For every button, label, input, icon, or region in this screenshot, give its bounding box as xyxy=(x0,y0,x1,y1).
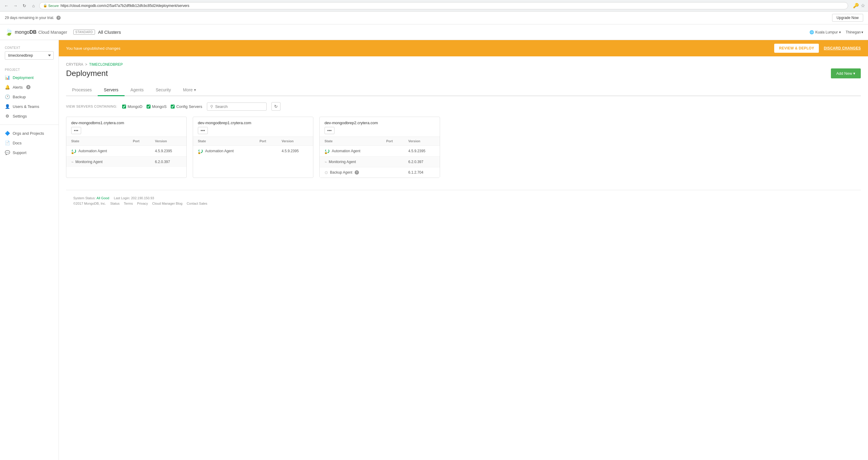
agent-name-container: 🔒 Automation Agent xyxy=(71,148,123,154)
secure-badge: 🔒 Secure xyxy=(43,4,59,7)
trial-message: 29 days remaining in your trial. xyxy=(5,16,54,20)
server-3-agent-3-state: ⊙ Backup Agent ? xyxy=(320,167,381,178)
filter-label: VIEW SERVERS CONTAINING: xyxy=(66,105,117,108)
trial-info-icon[interactable]: ? xyxy=(56,16,61,20)
review-deploy-button[interactable]: REVIEW & DEPLOY xyxy=(774,44,819,53)
username-chevron: ▾ xyxy=(861,30,863,34)
server-card-3: dev-mongodbrep2.crytera.com ••• State Po… xyxy=(319,117,440,178)
filter-mongos-checkbox[interactable] xyxy=(147,105,151,108)
server-3-agent-3-port xyxy=(381,167,403,178)
tab-processes[interactable]: Processes xyxy=(66,85,98,96)
trial-text: 29 days remaining in your trial. ? xyxy=(5,16,61,20)
context-section: CONTEXT timeclonedbrep xyxy=(0,46,59,65)
forward-button[interactable]: → xyxy=(12,2,19,9)
filter-mongod-checkbox[interactable] xyxy=(122,105,126,108)
footer-copyright: ©2017 MongoDB, Inc. xyxy=(73,202,106,205)
server-3-agent-2-port xyxy=(381,157,403,167)
filter-config-checkbox[interactable] xyxy=(171,105,175,108)
server-1-col-port: Port xyxy=(128,137,150,145)
tab-agents[interactable]: Agents xyxy=(125,85,150,96)
globe-icon: 🌐 xyxy=(809,30,814,34)
tab-more[interactable]: More ▾ xyxy=(177,85,202,96)
key-icon[interactable]: 🔑 xyxy=(853,3,859,8)
project-label: PROJECT xyxy=(0,65,59,73)
sidebar-item-docs[interactable]: 📄 Docs xyxy=(0,138,59,148)
monitoring-agent-label: Monitoring Agent xyxy=(329,160,356,164)
search-input[interactable] xyxy=(215,104,263,109)
server-3-col-port: Port xyxy=(381,137,403,145)
main-content: You have unpublished changes REVIEW & DE… xyxy=(59,40,868,460)
alerts-badge: 0 xyxy=(26,85,30,89)
server-2-menu-button[interactable]: ••• xyxy=(198,127,208,134)
server-1-agent-2-version: 6.2.0.397 xyxy=(150,157,186,167)
tab-security[interactable]: Security xyxy=(150,85,177,96)
system-status-label: System Status: xyxy=(73,196,96,200)
home-button[interactable]: ⌂ xyxy=(30,2,37,9)
footer-links: ©2017 MongoDB, Inc. Status Terms Privacy… xyxy=(73,202,854,205)
lock-icon: 🔒 xyxy=(197,151,201,154)
sidebar-item-label-support: Support xyxy=(13,151,27,155)
sidebar-item-support[interactable]: 💬 Support xyxy=(0,148,59,157)
unpublished-banner: You have unpublished changes REVIEW & DE… xyxy=(59,40,868,56)
footer-link-terms[interactable]: Terms xyxy=(124,202,133,205)
discard-changes-button[interactable]: DISCARD CHANGES xyxy=(824,46,861,50)
server-1-menu-button[interactable]: ••• xyxy=(71,127,81,134)
sidebar-item-settings[interactable]: ⚙ Settings xyxy=(0,111,59,121)
sidebar-item-deployment[interactable]: 📊 Deployment xyxy=(0,73,59,82)
sidebar-item-label-deployment: Deployment xyxy=(13,75,33,80)
backup-agent-info-icon[interactable]: ? xyxy=(355,170,359,174)
url-bar[interactable]: 🔒 Secure https://cloud.mongodb.com/v2/5a… xyxy=(39,2,848,9)
username-menu[interactable]: Thinegan ▾ xyxy=(846,30,863,34)
system-status-value: All Good xyxy=(96,196,109,200)
tabs: Processes Servers Agents Security More ▾ xyxy=(66,85,861,96)
star-icon[interactable]: ☆ xyxy=(861,3,865,8)
filter-mongod-label: MongoD xyxy=(128,104,142,109)
server-2-col-port: Port xyxy=(254,137,277,145)
automation-agent-label: Automation Agent xyxy=(205,149,234,153)
trial-bar: 29 days remaining in your trial. ? Upgra… xyxy=(0,11,868,25)
breadcrumb-org[interactable]: CRYTERA xyxy=(66,62,83,67)
server-3-table-header: State Port Version xyxy=(320,137,440,145)
server-2-col-state: State xyxy=(193,137,254,145)
footer-link-status[interactable]: Status xyxy=(110,202,119,205)
location-selector[interactable]: 🌐 Kuala Lumpur ▾ xyxy=(809,30,841,34)
back-button[interactable]: ← xyxy=(3,2,10,9)
footer-status: System Status: All Good Last Login: 202.… xyxy=(73,196,854,200)
app-layout: CONTEXT timeclonedbrep PROJECT 📊 Deploym… xyxy=(0,40,868,460)
page-title: Deployment xyxy=(66,69,108,78)
add-new-button[interactable]: Add New ▾ xyxy=(831,68,861,78)
upgrade-now-button[interactable]: Upgrade Now xyxy=(832,14,863,22)
lock-icon: 🔒 xyxy=(71,151,74,154)
nav-right: 🌐 Kuala Lumpur ▾ Thinegan ▾ xyxy=(809,30,863,34)
sidebar-item-orgs-projects[interactable]: 🔷 Orgs and Projects xyxy=(0,128,59,138)
sidebar-item-backup[interactable]: 🕐 Backup xyxy=(0,92,59,102)
refresh-servers-button[interactable]: ↻ xyxy=(272,102,280,111)
location-chevron: ▾ xyxy=(839,30,841,34)
automation-agent-icon: 🔒 xyxy=(71,148,76,154)
context-select[interactable]: timeclonedbrep xyxy=(5,51,54,60)
filter-mongos[interactable]: MongoS xyxy=(147,104,166,109)
top-nav: 🍃 mongoDB Cloud Manager STANDARD All Clu… xyxy=(0,25,868,40)
lock-icon: 🔒 xyxy=(43,4,48,7)
server-3-hostname: dev-mongodbrep2.crytera.com xyxy=(324,121,435,125)
backup-agent-label: Backup Agent xyxy=(330,170,352,174)
sidebar-item-users-teams[interactable]: 👤 Users & Teams xyxy=(0,102,59,111)
footer-link-blog[interactable]: Cloud Manager Blog xyxy=(152,202,183,205)
server-3-agent-2-state: ⌁ Monitoring Agent xyxy=(320,157,381,167)
sidebar-item-label-backup: Backup xyxy=(13,95,26,99)
refresh-button[interactable]: ↻ xyxy=(21,2,28,9)
filter-config[interactable]: Config Servers xyxy=(171,104,202,109)
agent-name-container: ⌁ Monitoring Agent xyxy=(324,160,376,164)
footer-link-privacy[interactable]: Privacy xyxy=(137,202,148,205)
tab-servers[interactable]: Servers xyxy=(98,85,124,96)
server-2-col-version: Version xyxy=(277,137,313,145)
cloud-manager-text: Cloud Manager xyxy=(38,30,67,35)
sidebar-item-label-docs: Docs xyxy=(13,141,22,145)
search-icon: ⚲ xyxy=(210,104,213,109)
sidebar-item-alerts[interactable]: 🔔 Alerts 0 xyxy=(0,82,59,92)
footer-link-contact[interactable]: Contact Sales xyxy=(187,202,207,205)
agent-name-container: 🔒 Automation Agent xyxy=(198,148,250,154)
server-3-menu-button[interactable]: ••• xyxy=(324,127,335,134)
server-1-table: State Port Version xyxy=(66,137,186,167)
filter-mongod[interactable]: MongoD xyxy=(122,104,142,109)
